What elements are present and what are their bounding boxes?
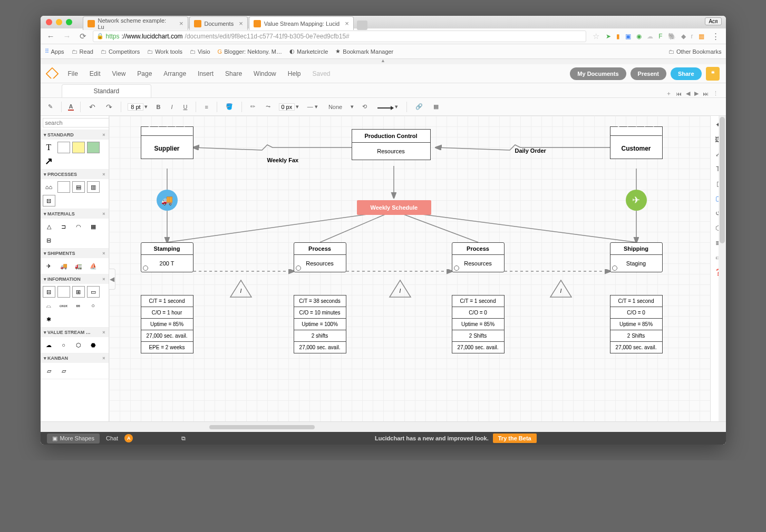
new-tab-button[interactable]: [357, 21, 367, 30]
horizontal-scrollbar-track[interactable]: [41, 421, 726, 432]
customer-node[interactable]: Customer: [610, 126, 663, 159]
info-shape-icon[interactable]: ▭: [87, 286, 100, 298]
section-header[interactable]: ▾ MATERIALS×: [41, 209, 109, 219]
text-color-icon[interactable]: A: [68, 103, 74, 111]
process-shape-icon[interactable]: [57, 181, 70, 193]
image-icon[interactable]: ▦: [431, 102, 441, 111]
ring-shape-icon[interactable]: ○: [87, 300, 100, 311]
oxox-shape-icon[interactable]: oxox: [57, 300, 70, 311]
ext-icon[interactable]: F: [658, 33, 662, 40]
paint-format-icon[interactable]: ✎: [46, 102, 55, 111]
databox-shape-icon[interactable]: ▥: [87, 181, 100, 193]
bookmark-item[interactable]: ★Bookmark Manager: [335, 48, 393, 55]
reload-button[interactable]: ⟳: [77, 32, 89, 41]
ext-icon[interactable]: ▮: [616, 33, 620, 40]
line-color-icon[interactable]: ✏: [248, 102, 257, 111]
close-window-icon[interactable]: [46, 19, 52, 25]
page-tab[interactable]: Standard: [62, 84, 152, 97]
redo-button[interactable]: [104, 102, 114, 112]
more-shapes-button[interactable]: ▣More Shapes: [47, 434, 100, 444]
menu-insert[interactable]: Insert: [198, 70, 214, 77]
process-node[interactable]: Process Resources: [294, 242, 346, 272]
close-tab-icon[interactable]: ×: [239, 19, 243, 27]
my-documents-button[interactable]: My Documents: [570, 67, 626, 80]
stamping-process-node[interactable]: Stamping 200 T: [141, 242, 193, 272]
chat-label[interactable]: Chat: [106, 435, 118, 441]
undo-button[interactable]: [87, 102, 98, 112]
databox-node[interactable]: C/T = 38 seconds C/O = 10 minutes Uptime…: [294, 295, 346, 353]
menu-view[interactable]: View: [112, 70, 126, 77]
kaizen-shape-icon[interactable]: ☁: [43, 339, 55, 351]
bookmark-item[interactable]: ◐Marketcircle: [289, 48, 328, 55]
line-refresh-icon[interactable]: ⟲: [360, 102, 369, 111]
browser-tab-active[interactable]: Value Stream Mapping: Lucid ×: [249, 16, 354, 30]
inventory-triangle-icon[interactable]: I: [389, 279, 412, 298]
apps-shortcut[interactable]: ⠿Apps: [45, 48, 64, 55]
present-button[interactable]: Present: [631, 67, 666, 80]
bookmark-folder[interactable]: 🗀Visio: [190, 48, 210, 55]
barcode-shape-icon[interactable]: ▦: [87, 221, 100, 232]
address-input[interactable]: 🔒 https ://www.lucidchart.com/documents/…: [93, 31, 587, 42]
ext-icon[interactable]: 🐘: [668, 33, 676, 40]
plane-icon[interactable]: ✈: [626, 190, 647, 211]
cell-shape-icon[interactable]: ⊟: [43, 195, 55, 206]
ext-icon[interactable]: ◆: [681, 33, 686, 40]
ext-icon[interactable]: ➤: [606, 33, 611, 40]
canvas[interactable]: Supplier Customer Production Control Res…: [109, 116, 710, 421]
share-button[interactable]: Share: [671, 67, 702, 80]
ext-icon[interactable]: ▦: [699, 33, 704, 40]
feedback-button[interactable]: ❝: [706, 67, 720, 81]
pull-shape-icon[interactable]: ◠: [72, 221, 85, 232]
fill-color-icon[interactable]: 🪣: [224, 102, 235, 111]
plane-shape-icon[interactable]: ✈: [43, 260, 55, 272]
menu-help[interactable]: Help: [288, 70, 301, 77]
prev-page-icon[interactable]: ◀: [686, 90, 690, 97]
note-shape-icon[interactable]: [72, 142, 85, 153]
goggles-shape-icon[interactable]: ∞: [72, 300, 85, 311]
menu-arrange[interactable]: Arrange: [163, 70, 186, 77]
truck-icon[interactable]: 🚚: [157, 190, 178, 211]
kanban-shape-icon[interactable]: ▱: [43, 365, 55, 377]
bookmark-item[interactable]: GBlogger: Nektony. M…: [218, 48, 282, 55]
safety-shape-icon[interactable]: ⊟: [43, 234, 55, 246]
process-node[interactable]: Process Resources: [452, 242, 505, 272]
circle-shape-icon[interactable]: ○: [57, 339, 70, 351]
last-page-icon[interactable]: ⏭: [703, 91, 709, 97]
browser-tab[interactable]: Network scheme example: Lu ×: [83, 16, 188, 30]
font-size-input[interactable]: ▾: [128, 103, 148, 111]
browser-tab[interactable]: Documents ×: [189, 16, 248, 30]
section-header[interactable]: ▾ KANBAN×: [41, 353, 109, 363]
lucidchart-logo-icon[interactable]: [47, 68, 57, 79]
popout-icon[interactable]: ⧉: [181, 435, 186, 442]
rectangle-shape-icon[interactable]: [57, 142, 70, 153]
inventory-triangle-icon[interactable]: I: [549, 279, 573, 298]
section-header[interactable]: ▾ INFORMATION×: [41, 274, 109, 284]
shipping-process-node[interactable]: Shipping Staging: [610, 242, 663, 272]
databox-node[interactable]: C/T = 1 second C/O = 0 Uptime = 85% 2 Sh…: [610, 295, 663, 353]
arrow-shape-icon[interactable]: [43, 155, 55, 167]
info-shape-icon[interactable]: [57, 286, 70, 298]
link-icon[interactable]: 🔗: [413, 102, 425, 111]
add-page-icon[interactable]: ＋: [666, 90, 672, 97]
line-width-input[interactable]: ▾: [279, 103, 299, 111]
horizontal-scrollbar-thumb[interactable]: [209, 425, 315, 429]
ext-icon[interactable]: ▣: [625, 33, 631, 40]
section-header[interactable]: ▾ STANDARD×: [41, 130, 109, 140]
arrow-style-select[interactable]: ▾: [375, 102, 400, 111]
header-collapse-handle[interactable]: [41, 59, 726, 64]
other-bookmarks[interactable]: 🗀Other Bookmarks: [668, 48, 722, 55]
forklift-shape-icon[interactable]: 🚛: [72, 260, 85, 272]
operator-shape-icon[interactable]: ✱: [43, 313, 55, 325]
databox-node[interactable]: C/T = 1 second C/O = 0 Uptime = 85% 2 Sh…: [452, 295, 505, 353]
ext-icon[interactable]: r: [691, 33, 693, 40]
menu-page[interactable]: Page: [137, 70, 152, 77]
section-header[interactable]: ▾ PROCESSES×: [41, 170, 109, 179]
hexlink-shape-icon[interactable]: ⬡: [72, 339, 85, 351]
underline-button[interactable]: U: [181, 103, 189, 111]
section-header[interactable]: ▾ SHIPMENTS×: [41, 249, 109, 258]
ext-icon[interactable]: ◉: [636, 33, 642, 40]
line-pattern-select[interactable]: None: [326, 103, 344, 111]
schedule-node[interactable]: Weekly Schedule: [357, 200, 432, 215]
panel-collapse-handle[interactable]: ◀: [109, 269, 115, 290]
bookmark-folder[interactable]: 🗀Competitors: [101, 48, 140, 55]
